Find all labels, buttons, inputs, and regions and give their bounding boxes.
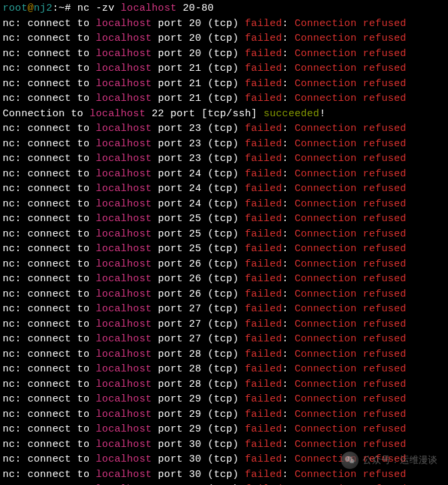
fail-line: nc: connect to localhost port 29 (tcp) f…: [3, 422, 445, 438]
fail-line: nc: connect to localhost port 26 (tcp) f…: [3, 272, 445, 287]
fail-line: nc: connect to localhost port 20 (tcp) f…: [3, 17, 445, 32]
fail-line: nc: connect to localhost port 25 (tcp) f…: [3, 227, 445, 242]
fail-line: nc: connect to localhost port 28 (tcp) f…: [3, 362, 445, 377]
watermark-text: 公众号：运维漫谈: [363, 453, 437, 468]
fail-line: nc: connect to localhost port 29 (tcp) f…: [3, 392, 445, 408]
fail-line: nc: connect to localhost port 30 (tcp) f…: [3, 438, 445, 453]
fail-line: nc: connect to localhost port 25 (tcp) f…: [3, 242, 445, 257]
fail-line: nc: connect to localhost port 28 (tcp) f…: [3, 347, 445, 363]
fail-line: nc: connect to localhost port 23 (tcp) f…: [3, 122, 445, 137]
fail-line: nc: connect to localhost port 20 (tcp) f…: [3, 31, 445, 47]
success-line: Connection to localhost 22 port [tcp/ssh…: [3, 107, 445, 122]
fail-line: nc: connect to localhost port 30 (tcp) f…: [3, 468, 445, 483]
prompt-line: root@nj2:~# nc -zv localhost 20-80: [3, 1, 445, 17]
wechat-icon: [341, 452, 359, 469]
fail-line: nc: connect to localhost port 23 (tcp) f…: [3, 137, 445, 152]
fail-line: nc: connect to localhost port 28 (tcp) f…: [3, 377, 445, 393]
fail-line: nc: connect to localhost port 20 (tcp) f…: [3, 47, 445, 62]
fail-line: nc: connect to localhost port 24 (tcp) f…: [3, 182, 445, 197]
fail-line: nc: connect to localhost port 31 (tcp) f…: [3, 482, 445, 485]
terminal-output: root@nj2:~# nc -zv localhost 20-80nc: co…: [3, 1, 445, 485]
fail-line: nc: connect to localhost port 29 (tcp) f…: [3, 408, 445, 423]
fail-line: nc: connect to localhost port 21 (tcp) f…: [3, 77, 445, 92]
fail-line: nc: connect to localhost port 24 (tcp) f…: [3, 197, 445, 212]
watermark: 公众号：运维漫谈: [341, 452, 437, 469]
fail-line: nc: connect to localhost port 27 (tcp) f…: [3, 317, 445, 333]
fail-line: nc: connect to localhost port 27 (tcp) f…: [3, 302, 445, 317]
fail-line: nc: connect to localhost port 26 (tcp) f…: [3, 257, 445, 273]
fail-line: nc: connect to localhost port 24 (tcp) f…: [3, 167, 445, 182]
fail-line: nc: connect to localhost port 25 (tcp) f…: [3, 212, 445, 227]
fail-line: nc: connect to localhost port 26 (tcp) f…: [3, 287, 445, 303]
fail-line: nc: connect to localhost port 23 (tcp) f…: [3, 152, 445, 167]
fail-line: nc: connect to localhost port 27 (tcp) f…: [3, 332, 445, 347]
fail-line: nc: connect to localhost port 21 (tcp) f…: [3, 61, 445, 77]
fail-line: nc: connect to localhost port 21 (tcp) f…: [3, 92, 445, 107]
